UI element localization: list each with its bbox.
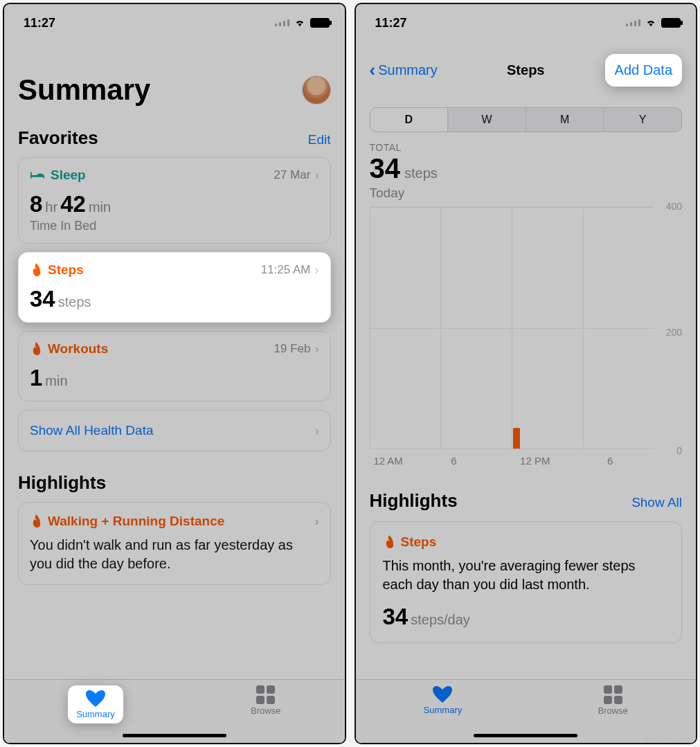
seg-month[interactable]: M: [526, 108, 604, 132]
walking-title: Walking + Running Distance: [30, 514, 224, 529]
workouts-metric: 1 min: [30, 365, 319, 391]
workouts-label: Workouts: [48, 341, 108, 357]
status-time: 11:27: [375, 16, 407, 30]
tab-browse[interactable]: Browse: [251, 685, 280, 716]
seg-day[interactable]: D: [370, 108, 449, 132]
chevron-right-icon: ›: [315, 424, 319, 438]
walking-highlight-card[interactable]: Walking + Running Distance › You didn't …: [18, 502, 331, 585]
steps-chart[interactable]: 400 200 0 12 AM 6 12 PM 6: [370, 206, 683, 469]
cellular-icon: [275, 19, 289, 26]
status-icons: [275, 18, 330, 28]
summary-content: Summary Favorites Edit Sleep 27 Mar › 8h…: [4, 37, 345, 679]
sleep-card[interactable]: Sleep 27 Mar › 8hr 42min Time In Bed: [18, 157, 331, 244]
heart-icon: [85, 690, 106, 708]
steps-content: ‹ Summary Steps Add Data D W M Y TOTAL 3…: [356, 37, 697, 679]
edit-button[interactable]: Edit: [308, 132, 331, 147]
wifi-icon: [294, 18, 306, 28]
sleep-caption: Time In Bed: [30, 219, 319, 233]
sleep-metric: 8hr 42min: [30, 191, 319, 217]
steps-highlight-title: Steps: [383, 534, 670, 550]
add-data-button[interactable]: Add Data: [605, 54, 682, 87]
highlights-heading: Highlights: [370, 490, 458, 512]
grid-icon: [256, 685, 275, 704]
workouts-card[interactable]: Workouts 19 Feb › 1 min: [18, 331, 331, 402]
heart-icon: [432, 685, 453, 703]
status-bar: 11:27: [4, 4, 345, 37]
steps-highlight-metric: 34 steps/day: [383, 604, 670, 630]
x-tick-6p: 6: [607, 455, 613, 467]
flame-icon: [30, 342, 42, 356]
seg-week[interactable]: W: [448, 108, 526, 132]
chevron-right-icon: ›: [315, 342, 319, 357]
steps-title: Steps: [30, 262, 84, 278]
steps-time: 11:25 AM ›: [261, 263, 319, 278]
grid-icon: [604, 685, 622, 704]
screenshot-left-summary: 11:27 Summary Favorites Edit Sleep 27 Ma: [3, 3, 346, 744]
workouts-date: 19 Feb ›: [274, 342, 319, 357]
tab-summary[interactable]: Summary: [68, 685, 123, 723]
show-all-button[interactable]: Show All: [631, 495, 682, 510]
flame-icon: [30, 263, 42, 277]
favorites-heading: Favorites: [18, 127, 98, 149]
nav-title: Steps: [507, 62, 544, 78]
x-tick-12am: 12 AM: [373, 455, 403, 467]
back-button[interactable]: ‹ Summary: [370, 60, 438, 81]
x-tick-6a: 6: [451, 455, 456, 467]
steps-label: Steps: [48, 262, 84, 278]
nav-bar: ‹ Summary Steps Add Data: [370, 54, 683, 87]
y-tick-400: 400: [666, 201, 682, 212]
chevron-right-icon: ›: [315, 514, 319, 529]
steps-metric: 34 steps: [30, 286, 319, 312]
time-range-segmented[interactable]: D W M Y: [370, 107, 683, 132]
cellular-icon: [626, 19, 640, 26]
total-value: 34 steps: [370, 153, 683, 184]
favorites-header: Favorites Edit: [18, 127, 331, 149]
status-bar: 11:27: [356, 4, 697, 37]
sleep-title: Sleep: [30, 168, 86, 183]
total-label: TOTAL: [370, 142, 683, 153]
watermark: www.deuaq.com: [643, 735, 693, 743]
screenshot-right-steps-detail: 11:27 ‹ Summary Steps Add Data D W M Y T…: [355, 3, 698, 744]
flame-icon: [383, 535, 395, 549]
avatar[interactable]: [302, 75, 331, 105]
y-tick-0: 0: [676, 445, 682, 456]
chevron-right-icon: ›: [315, 263, 319, 278]
bed-icon: [30, 170, 45, 181]
home-indicator[interactable]: [474, 734, 577, 737]
show-all-health-data[interactable]: Show All Health Data ›: [18, 410, 331, 451]
workouts-title: Workouts: [30, 341, 108, 357]
sleep-label: Sleep: [51, 168, 86, 183]
today-label: Today: [370, 186, 683, 201]
page-title: Summary: [18, 73, 150, 107]
tab-browse[interactable]: Browse: [598, 685, 628, 716]
chevron-left-icon: ‹: [370, 60, 376, 81]
chart-bar-12pm: [513, 428, 520, 449]
battery-icon: [310, 18, 330, 28]
status-icons: [626, 18, 681, 28]
sleep-date: 27 Mar ›: [274, 168, 319, 183]
highlights-header: Highlights Show All: [370, 490, 683, 512]
chevron-right-icon: ›: [315, 168, 319, 183]
highlights-heading: Highlights: [18, 472, 331, 494]
home-indicator[interactable]: [123, 734, 226, 737]
steps-card[interactable]: Steps 11:25 AM › 34 steps: [18, 252, 331, 323]
page-title-row: Summary: [18, 73, 331, 107]
wifi-icon: [645, 18, 657, 28]
steps-highlight-body: This month, you're averaging fewer steps…: [383, 557, 670, 594]
x-tick-12pm: 12 PM: [520, 455, 550, 467]
flame-icon: [30, 514, 42, 528]
y-tick-200: 200: [666, 327, 682, 338]
battery-icon: [661, 18, 681, 28]
steps-highlight-card[interactable]: Steps This month, you're averaging fewer…: [370, 521, 683, 643]
status-time: 11:27: [24, 16, 55, 30]
seg-year[interactable]: Y: [604, 108, 681, 132]
tab-summary[interactable]: Summary: [424, 685, 463, 715]
chart-plot-area: [370, 206, 655, 449]
walking-body: You didn't walk and run as far yesterday…: [30, 536, 319, 573]
